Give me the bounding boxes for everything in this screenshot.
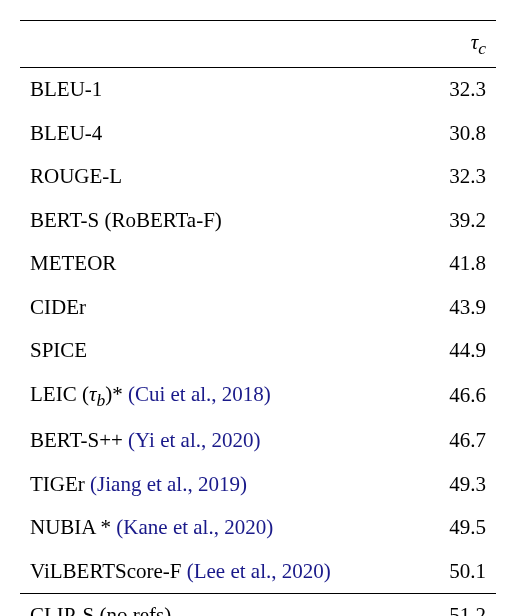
metric-value-cell: 32.3 [377, 68, 496, 112]
metric-name-cell: CLIP-S (no refs) [20, 594, 377, 616]
metric-value-cell: 39.2 [377, 199, 496, 243]
metric-name-cell: NUBIA * (Kane et al., 2020) [20, 506, 377, 550]
metric-name-cell: BERT-S++ (Yi et al., 2020) [20, 419, 377, 463]
table-row: CIDEr43.9 [20, 286, 496, 330]
table-row: CLIP-S (no refs)51.2 [20, 594, 496, 616]
metric-value-cell: 44.9 [377, 329, 496, 373]
metric-value-cell: 51.2 [377, 594, 496, 616]
table-row: BERT-S++ (Yi et al., 2020)46.7 [20, 419, 496, 463]
citation: (Jiang et al., 2019) [90, 472, 247, 496]
citation: (Kane et al., 2020) [116, 515, 273, 539]
metric-name-cell: BLEU-4 [20, 112, 377, 156]
table-row: BERT-S (RoBERTa-F)39.2 [20, 199, 496, 243]
metric-name-cell: ViLBERTScore-F (Lee et al., 2020) [20, 550, 377, 594]
metric-value-cell: 30.8 [377, 112, 496, 156]
table-row: ROUGE-L32.3 [20, 155, 496, 199]
metric-value-cell: 46.7 [377, 419, 496, 463]
table-row: BLEU-132.3 [20, 68, 496, 112]
results-table: τc BLEU-132.3BLEU-430.8ROUGE-L32.3BERT-S… [20, 20, 496, 616]
table-row: NUBIA * (Kane et al., 2020)49.5 [20, 506, 496, 550]
metric-value-cell: 49.3 [377, 463, 496, 507]
header-metric: τc [377, 21, 496, 68]
metric-name-cell: BLEU-1 [20, 68, 377, 112]
metric-value-cell: 49.5 [377, 506, 496, 550]
table-row: BLEU-430.8 [20, 112, 496, 156]
table-row: ViLBERTScore-F (Lee et al., 2020)50.1 [20, 550, 496, 594]
metric-value-cell: 43.9 [377, 286, 496, 330]
table-row: TIGEr (Jiang et al., 2019)49.3 [20, 463, 496, 507]
metric-value-cell: 50.1 [377, 550, 496, 594]
metric-value-cell: 46.6 [377, 373, 496, 419]
metric-name-cell: ROUGE-L [20, 155, 377, 199]
metric-value-cell: 32.3 [377, 155, 496, 199]
metric-name-cell: SPICE [20, 329, 377, 373]
metric-name-cell: TIGEr (Jiang et al., 2019) [20, 463, 377, 507]
table-row: SPICE44.9 [20, 329, 496, 373]
metric-name-cell: LEIC (τb)* (Cui et al., 2018) [20, 373, 377, 419]
metric-name-cell: CIDEr [20, 286, 377, 330]
table-row: LEIC (τb)* (Cui et al., 2018)46.6 [20, 373, 496, 419]
citation: (Lee et al., 2020) [187, 559, 331, 583]
citation: (Cui et al., 2018) [128, 382, 271, 406]
header-empty [20, 21, 377, 68]
table-row: METEOR41.8 [20, 242, 496, 286]
metric-name-cell: BERT-S (RoBERTa-F) [20, 199, 377, 243]
metric-value-cell: 41.8 [377, 242, 496, 286]
metric-name-cell: METEOR [20, 242, 377, 286]
citation: (Yi et al., 2020) [128, 428, 260, 452]
